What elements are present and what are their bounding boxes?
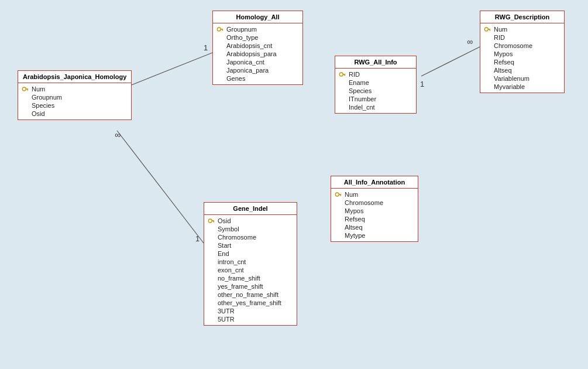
field-refseq-rwgd: Refseq [484, 58, 561, 66]
field-exon-cnt: exon_cnt [208, 266, 293, 274]
key-icon-groupnum [216, 26, 225, 33]
svg-rect-26 [340, 195, 341, 196]
svg-rect-16 [343, 74, 345, 75]
table-arabidopsis-japonica[interactable]: Arabidopsis_Japonica_Homology Num Groupn… [18, 70, 132, 120]
field-ename: Ename [339, 78, 412, 87]
field-yes-frame-shift: yes_frame_shift [208, 282, 293, 291]
key-icon-osid-gi [208, 217, 216, 224]
key-icon-rid-rwg [339, 71, 347, 78]
table-rwg-description-header: RWG_Description [480, 11, 564, 23]
table-gene-indel[interactable]: Gene_Indel Osid Symbol Chromosome Start [204, 202, 297, 326]
field-indel-cnt: Indel_cnt [339, 103, 412, 111]
field-other-yes-frame-shift: other_yes_frame_shift [208, 299, 293, 307]
svg-line-6 [421, 47, 480, 76]
svg-rect-14 [27, 90, 28, 91]
field-rid-rwgd: RID [484, 33, 561, 42]
key-icon-num-aj [22, 86, 30, 93]
table-all-info-annotation[interactable]: All_Info_Annotation Num Chromosome Mypos… [331, 176, 418, 242]
field-symbol: Symbol [208, 225, 293, 233]
table-homology-all[interactable]: Homology_All Groupnum Ortho_type Arabido… [212, 11, 303, 85]
svg-text:1: 1 [420, 80, 424, 88]
table-rwg-all-info[interactable]: RWG_All_Info RID Ename Species ITnumber [335, 56, 417, 114]
field-num-rwgd: Num [484, 25, 561, 33]
field-arabidopsis-para: Arabidopsis_para [216, 50, 299, 58]
field-refseq-aia: Refseq [335, 215, 414, 223]
field-num-aia: Num [335, 190, 414, 199]
table-arabidopsis-japonica-body: Num Groupnum Species Osid [18, 83, 131, 119]
table-gene-indel-header: Gene_Indel [204, 203, 297, 215]
svg-rect-20 [489, 30, 490, 31]
field-mypos-aia: Mypos [335, 207, 414, 215]
field-5utr: 5UTR [208, 315, 293, 323]
svg-line-3 [117, 131, 204, 243]
field-altseq-aia: Altseq [335, 223, 414, 231]
field-ortho-type: Ortho_type [216, 33, 299, 42]
field-other-no-frame-shift: other_no_frame_shift [208, 291, 293, 299]
field-3utr: 3UTR [208, 307, 293, 315]
field-rid-rwg: RID [339, 70, 412, 78]
table-gene-indel-body: Osid Symbol Chromosome Start End intron_… [204, 215, 297, 325]
field-species-rwg: Species [339, 87, 412, 95]
field-japonica-cnt: Japonica_cnt [216, 58, 299, 66]
svg-rect-10 [221, 29, 223, 30]
table-rwg-all-info-header: RWG_All_Info [335, 56, 416, 69]
field-chromosome-gi: Chromosome [208, 233, 293, 241]
table-all-info-annotation-body: Num Chromosome Mypos Refseq Altseq Mytyp… [331, 189, 418, 241]
field-arabidopsis-cnt: Arabidopsis_cnt [216, 42, 299, 50]
field-chromosome-rwgd: Chromosome [484, 42, 561, 50]
field-altseq-rwgd: Altseq [484, 66, 561, 74]
field-itnumber: ITnumber [339, 95, 412, 103]
field-species-aj: Species [22, 101, 128, 110]
field-myvariable: Myvariable [484, 83, 561, 91]
field-groupnum: Groupnum [216, 25, 299, 33]
field-osid-aj: Osid [22, 110, 128, 118]
svg-text:∞: ∞ [467, 37, 473, 46]
table-rwg-description-body: Num RID Chromosome Mypos Refseq Altseq [480, 23, 564, 93]
svg-point-24 [335, 193, 339, 196]
diagram-canvas: 1 ∞ ∞ 1 1 ∞ Homology_All Groupnum [0, 0, 588, 369]
svg-rect-25 [339, 194, 341, 195]
table-all-info-annotation-header: All_Info_Annotation [331, 176, 418, 189]
field-start: Start [208, 241, 293, 250]
field-variablenum: Variablenum [484, 74, 561, 83]
field-groupnum-aj: Groupnum [22, 93, 128, 101]
svg-point-12 [22, 87, 26, 91]
svg-rect-22 [212, 220, 214, 221]
svg-rect-13 [26, 88, 28, 90]
svg-point-9 [217, 28, 221, 31]
svg-point-21 [208, 219, 212, 223]
field-osid-gi: Osid [208, 217, 293, 225]
svg-rect-17 [344, 75, 345, 76]
field-no-frame-shift: no_frame_shift [208, 274, 293, 282]
table-homology-all-header: Homology_All [213, 11, 302, 23]
table-rwg-all-info-body: RID Ename Species ITnumber Indel_cnt [335, 69, 416, 113]
svg-rect-11 [222, 30, 223, 31]
svg-point-15 [339, 73, 343, 76]
svg-text:1: 1 [195, 234, 200, 243]
field-japonica-para: Japonica_para [216, 66, 299, 74]
table-homology-all-body: Groupnum Ortho_type Arabidopsis_cnt Arab… [213, 23, 302, 84]
field-end: End [208, 250, 293, 258]
field-genes: Genes [216, 74, 299, 83]
table-rwg-description[interactable]: RWG_Description Num RID Chromosome Mypos [480, 11, 565, 93]
field-intron-cnt: intron_cnt [208, 258, 293, 266]
key-icon-num-rwgd [484, 26, 492, 33]
field-chromosome-aia: Chromosome [335, 199, 414, 207]
field-num-aj: Num [22, 85, 128, 93]
table-arabidopsis-japonica-header: Arabidopsis_Japonica_Homology [18, 71, 131, 83]
svg-rect-23 [213, 221, 214, 223]
key-icon-num-aia [335, 191, 343, 198]
svg-point-18 [484, 28, 488, 31]
svg-rect-19 [488, 29, 490, 30]
svg-text:1: 1 [204, 43, 208, 52]
field-mytype: Mytype [335, 231, 414, 240]
field-mypos-rwgd: Mypos [484, 50, 561, 58]
svg-text:∞: ∞ [115, 130, 121, 139]
